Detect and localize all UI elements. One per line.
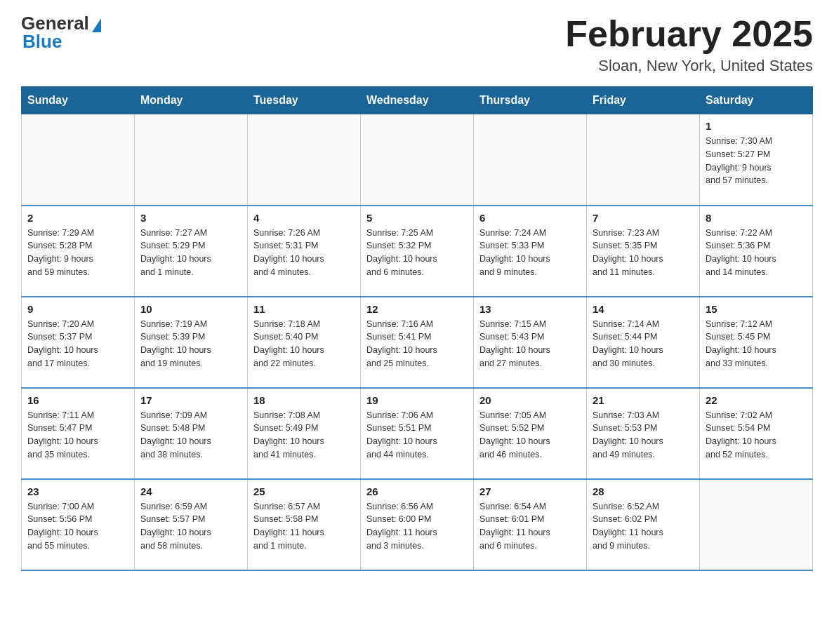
calendar-cell: 5Sunrise: 7:25 AM Sunset: 5:32 PM Daylig… xyxy=(361,206,474,297)
day-number: 6 xyxy=(479,212,581,224)
calendar-cell: 6Sunrise: 7:24 AM Sunset: 5:33 PM Daylig… xyxy=(474,206,587,297)
day-info: Sunrise: 7:12 AM Sunset: 5:45 PM Dayligh… xyxy=(706,318,807,370)
day-number: 4 xyxy=(253,212,355,224)
calendar-header-row: SundayMondayTuesdayWednesdayThursdayFrid… xyxy=(22,87,813,114)
day-info: Sunrise: 7:09 AM Sunset: 5:48 PM Dayligh… xyxy=(140,409,241,462)
calendar-cell: 27Sunrise: 6:54 AM Sunset: 6:01 PM Dayli… xyxy=(474,479,587,570)
day-number: 13 xyxy=(479,303,581,315)
calendar-week-row: 1Sunrise: 7:30 AM Sunset: 5:27 PM Daylig… xyxy=(22,114,813,206)
title-section: February 2025 Sloan, New York, United St… xyxy=(565,14,813,75)
column-header-sunday: Sunday xyxy=(22,87,135,114)
calendar-cell: 9Sunrise: 7:20 AM Sunset: 5:37 PM Daylig… xyxy=(22,297,135,388)
calendar-week-row: 9Sunrise: 7:20 AM Sunset: 5:37 PM Daylig… xyxy=(22,297,813,388)
day-info: Sunrise: 7:06 AM Sunset: 5:51 PM Dayligh… xyxy=(366,409,468,462)
day-number: 23 xyxy=(27,485,128,497)
column-header-saturday: Saturday xyxy=(700,87,813,114)
column-header-monday: Monday xyxy=(135,87,248,114)
day-number: 27 xyxy=(479,485,581,497)
day-number: 2 xyxy=(27,212,128,224)
day-info: Sunrise: 7:22 AM Sunset: 5:36 PM Dayligh… xyxy=(706,227,807,279)
column-header-thursday: Thursday xyxy=(474,87,587,114)
day-info: Sunrise: 6:57 AM Sunset: 5:58 PM Dayligh… xyxy=(253,500,355,553)
day-info: Sunrise: 7:18 AM Sunset: 5:40 PM Dayligh… xyxy=(253,318,355,370)
calendar-cell xyxy=(135,114,248,206)
calendar-cell xyxy=(474,114,587,206)
day-info: Sunrise: 7:15 AM Sunset: 5:43 PM Dayligh… xyxy=(479,318,581,370)
day-info: Sunrise: 6:56 AM Sunset: 6:00 PM Dayligh… xyxy=(366,500,468,553)
day-info: Sunrise: 7:20 AM Sunset: 5:37 PM Dayligh… xyxy=(27,318,128,370)
calendar-cell xyxy=(248,114,361,206)
calendar-cell: 21Sunrise: 7:03 AM Sunset: 5:53 PM Dayli… xyxy=(587,388,700,479)
day-info: Sunrise: 7:24 AM Sunset: 5:33 PM Dayligh… xyxy=(479,227,581,279)
calendar-cell: 16Sunrise: 7:11 AM Sunset: 5:47 PM Dayli… xyxy=(22,388,135,479)
calendar-cell: 12Sunrise: 7:16 AM Sunset: 5:41 PM Dayli… xyxy=(361,297,474,388)
day-number: 26 xyxy=(366,485,468,497)
day-number: 15 xyxy=(706,303,807,315)
day-number: 16 xyxy=(27,394,128,406)
calendar-cell: 15Sunrise: 7:12 AM Sunset: 5:45 PM Dayli… xyxy=(700,297,813,388)
logo-blue-text: Blue xyxy=(22,32,62,51)
day-info: Sunrise: 6:54 AM Sunset: 6:01 PM Dayligh… xyxy=(479,500,581,553)
logo-general-text: General xyxy=(21,14,89,32)
calendar-week-row: 23Sunrise: 7:00 AM Sunset: 5:56 PM Dayli… xyxy=(22,479,813,570)
day-number: 25 xyxy=(253,485,355,497)
calendar-cell: 28Sunrise: 6:52 AM Sunset: 6:02 PM Dayli… xyxy=(587,479,700,570)
calendar-cell: 20Sunrise: 7:05 AM Sunset: 5:52 PM Dayli… xyxy=(474,388,587,479)
calendar-cell: 26Sunrise: 6:56 AM Sunset: 6:00 PM Dayli… xyxy=(361,479,474,570)
day-number: 5 xyxy=(366,212,468,224)
calendar-cell: 10Sunrise: 7:19 AM Sunset: 5:39 PM Dayli… xyxy=(135,297,248,388)
calendar-cell xyxy=(587,114,700,206)
calendar-cell: 19Sunrise: 7:06 AM Sunset: 5:51 PM Dayli… xyxy=(361,388,474,479)
calendar-cell: 22Sunrise: 7:02 AM Sunset: 5:54 PM Dayli… xyxy=(700,388,813,479)
day-info: Sunrise: 7:26 AM Sunset: 5:31 PM Dayligh… xyxy=(253,227,355,279)
column-header-wednesday: Wednesday xyxy=(361,87,474,114)
calendar-cell: 1Sunrise: 7:30 AM Sunset: 5:27 PM Daylig… xyxy=(700,114,813,206)
calendar-cell: 7Sunrise: 7:23 AM Sunset: 5:35 PM Daylig… xyxy=(587,206,700,297)
day-info: Sunrise: 7:19 AM Sunset: 5:39 PM Dayligh… xyxy=(140,318,241,370)
day-info: Sunrise: 7:03 AM Sunset: 5:53 PM Dayligh… xyxy=(593,409,694,462)
calendar-cell xyxy=(22,114,135,206)
column-header-friday: Friday xyxy=(587,87,700,114)
calendar-cell: 8Sunrise: 7:22 AM Sunset: 5:36 PM Daylig… xyxy=(700,206,813,297)
day-info: Sunrise: 7:00 AM Sunset: 5:56 PM Dayligh… xyxy=(27,500,128,553)
calendar-cell: 3Sunrise: 7:27 AM Sunset: 5:29 PM Daylig… xyxy=(135,206,248,297)
day-number: 28 xyxy=(593,485,694,497)
calendar-table: SundayMondayTuesdayWednesdayThursdayFrid… xyxy=(21,86,813,571)
day-number: 12 xyxy=(366,303,468,315)
day-number: 10 xyxy=(140,303,241,315)
day-number: 7 xyxy=(593,212,694,224)
day-number: 21 xyxy=(593,394,694,406)
calendar-cell: 23Sunrise: 7:00 AM Sunset: 5:56 PM Dayli… xyxy=(22,479,135,570)
day-number: 11 xyxy=(253,303,355,315)
calendar-cell: 17Sunrise: 7:09 AM Sunset: 5:48 PM Dayli… xyxy=(135,388,248,479)
calendar-subtitle: Sloan, New York, United States xyxy=(565,57,813,75)
calendar-cell xyxy=(700,479,813,570)
day-number: 8 xyxy=(706,212,807,224)
calendar-week-row: 2Sunrise: 7:29 AM Sunset: 5:28 PM Daylig… xyxy=(22,206,813,297)
page-header: General Blue February 2025 Sloan, New Yo… xyxy=(21,14,813,75)
day-number: 1 xyxy=(706,120,807,132)
day-number: 19 xyxy=(366,394,468,406)
calendar-week-row: 16Sunrise: 7:11 AM Sunset: 5:47 PM Dayli… xyxy=(22,388,813,479)
day-info: Sunrise: 7:23 AM Sunset: 5:35 PM Dayligh… xyxy=(593,227,694,279)
day-info: Sunrise: 7:05 AM Sunset: 5:52 PM Dayligh… xyxy=(479,409,581,462)
calendar-cell: 11Sunrise: 7:18 AM Sunset: 5:40 PM Dayli… xyxy=(248,297,361,388)
day-number: 18 xyxy=(253,394,355,406)
column-header-tuesday: Tuesday xyxy=(248,87,361,114)
day-info: Sunrise: 7:27 AM Sunset: 5:29 PM Dayligh… xyxy=(140,227,241,279)
logo: General Blue xyxy=(21,14,101,51)
day-number: 22 xyxy=(706,394,807,406)
day-info: Sunrise: 7:08 AM Sunset: 5:49 PM Dayligh… xyxy=(253,409,355,462)
calendar-cell: 18Sunrise: 7:08 AM Sunset: 5:49 PM Dayli… xyxy=(248,388,361,479)
day-number: 17 xyxy=(140,394,241,406)
day-number: 14 xyxy=(593,303,694,315)
calendar-title: February 2025 xyxy=(565,14,813,54)
day-info: Sunrise: 7:02 AM Sunset: 5:54 PM Dayligh… xyxy=(706,409,807,462)
day-number: 20 xyxy=(479,394,581,406)
calendar-cell xyxy=(361,114,474,206)
day-number: 24 xyxy=(140,485,241,497)
day-info: Sunrise: 7:30 AM Sunset: 5:27 PM Dayligh… xyxy=(706,135,807,187)
day-info: Sunrise: 7:25 AM Sunset: 5:32 PM Dayligh… xyxy=(366,227,468,279)
calendar-cell: 24Sunrise: 6:59 AM Sunset: 5:57 PM Dayli… xyxy=(135,479,248,570)
calendar-cell: 25Sunrise: 6:57 AM Sunset: 5:58 PM Dayli… xyxy=(248,479,361,570)
